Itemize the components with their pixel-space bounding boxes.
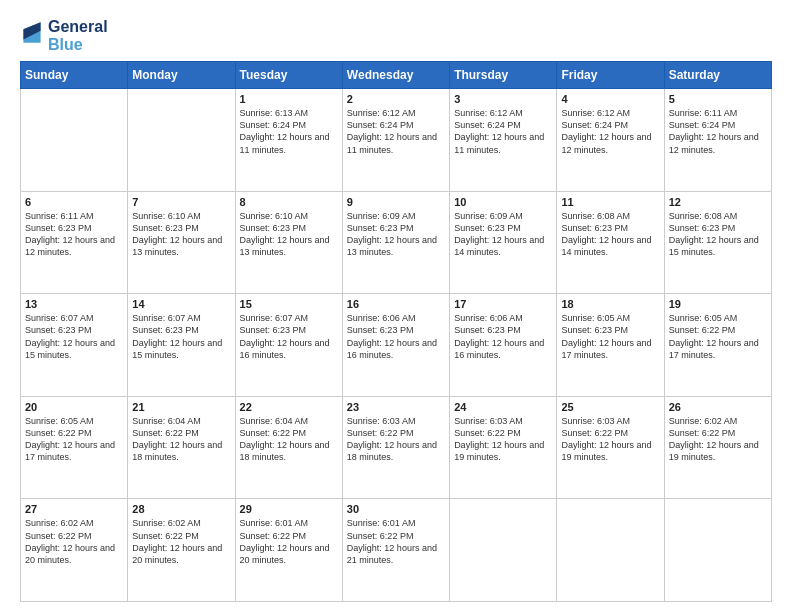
- day-info: Sunrise: 6:11 AM Sunset: 6:24 PM Dayligh…: [669, 107, 767, 156]
- day-number: 25: [561, 401, 659, 413]
- day-cell: 6Sunrise: 6:11 AM Sunset: 6:23 PM Daylig…: [21, 191, 128, 294]
- day-number: 16: [347, 298, 445, 310]
- day-cell: 23Sunrise: 6:03 AM Sunset: 6:22 PM Dayli…: [342, 396, 449, 499]
- day-info: Sunrise: 6:01 AM Sunset: 6:22 PM Dayligh…: [240, 517, 338, 566]
- day-number: 24: [454, 401, 552, 413]
- day-number: 20: [25, 401, 123, 413]
- day-cell: 11Sunrise: 6:08 AM Sunset: 6:23 PM Dayli…: [557, 191, 664, 294]
- day-cell: 9Sunrise: 6:09 AM Sunset: 6:23 PM Daylig…: [342, 191, 449, 294]
- day-cell: 24Sunrise: 6:03 AM Sunset: 6:22 PM Dayli…: [450, 396, 557, 499]
- day-number: 8: [240, 196, 338, 208]
- day-info: Sunrise: 6:03 AM Sunset: 6:22 PM Dayligh…: [561, 415, 659, 464]
- day-number: 10: [454, 196, 552, 208]
- week-row-4: 20Sunrise: 6:05 AM Sunset: 6:22 PM Dayli…: [21, 396, 772, 499]
- day-cell: [557, 499, 664, 602]
- week-row-5: 27Sunrise: 6:02 AM Sunset: 6:22 PM Dayli…: [21, 499, 772, 602]
- week-row-1: 1Sunrise: 6:13 AM Sunset: 6:24 PM Daylig…: [21, 89, 772, 192]
- day-info: Sunrise: 6:03 AM Sunset: 6:22 PM Dayligh…: [347, 415, 445, 464]
- day-cell: 15Sunrise: 6:07 AM Sunset: 6:23 PM Dayli…: [235, 294, 342, 397]
- weekday-tuesday: Tuesday: [235, 62, 342, 89]
- day-number: 27: [25, 503, 123, 515]
- day-info: Sunrise: 6:07 AM Sunset: 6:23 PM Dayligh…: [25, 312, 123, 361]
- day-cell: 19Sunrise: 6:05 AM Sunset: 6:22 PM Dayli…: [664, 294, 771, 397]
- logo: General Blue: [20, 18, 108, 53]
- day-cell: 28Sunrise: 6:02 AM Sunset: 6:22 PM Dayli…: [128, 499, 235, 602]
- day-info: Sunrise: 6:04 AM Sunset: 6:22 PM Dayligh…: [240, 415, 338, 464]
- day-number: 26: [669, 401, 767, 413]
- weekday-monday: Monday: [128, 62, 235, 89]
- day-cell: 13Sunrise: 6:07 AM Sunset: 6:23 PM Dayli…: [21, 294, 128, 397]
- weekday-saturday: Saturday: [664, 62, 771, 89]
- day-info: Sunrise: 6:05 AM Sunset: 6:23 PM Dayligh…: [561, 312, 659, 361]
- day-number: 1: [240, 93, 338, 105]
- day-number: 19: [669, 298, 767, 310]
- day-cell: 10Sunrise: 6:09 AM Sunset: 6:23 PM Dayli…: [450, 191, 557, 294]
- day-number: 12: [669, 196, 767, 208]
- day-number: 29: [240, 503, 338, 515]
- day-info: Sunrise: 6:10 AM Sunset: 6:23 PM Dayligh…: [240, 210, 338, 259]
- day-info: Sunrise: 6:01 AM Sunset: 6:22 PM Dayligh…: [347, 517, 445, 566]
- day-cell: 17Sunrise: 6:06 AM Sunset: 6:23 PM Dayli…: [450, 294, 557, 397]
- day-cell: 12Sunrise: 6:08 AM Sunset: 6:23 PM Dayli…: [664, 191, 771, 294]
- day-cell: 2Sunrise: 6:12 AM Sunset: 6:24 PM Daylig…: [342, 89, 449, 192]
- day-number: 18: [561, 298, 659, 310]
- day-cell: 29Sunrise: 6:01 AM Sunset: 6:22 PM Dayli…: [235, 499, 342, 602]
- day-cell: [450, 499, 557, 602]
- logo-icon: [20, 22, 44, 50]
- day-number: 22: [240, 401, 338, 413]
- day-cell: 4Sunrise: 6:12 AM Sunset: 6:24 PM Daylig…: [557, 89, 664, 192]
- day-cell: 30Sunrise: 6:01 AM Sunset: 6:22 PM Dayli…: [342, 499, 449, 602]
- day-number: 17: [454, 298, 552, 310]
- day-cell: 14Sunrise: 6:07 AM Sunset: 6:23 PM Dayli…: [128, 294, 235, 397]
- day-info: Sunrise: 6:03 AM Sunset: 6:22 PM Dayligh…: [454, 415, 552, 464]
- day-info: Sunrise: 6:12 AM Sunset: 6:24 PM Dayligh…: [454, 107, 552, 156]
- day-info: Sunrise: 6:09 AM Sunset: 6:23 PM Dayligh…: [454, 210, 552, 259]
- day-cell: 22Sunrise: 6:04 AM Sunset: 6:22 PM Dayli…: [235, 396, 342, 499]
- day-number: 21: [132, 401, 230, 413]
- day-cell: 26Sunrise: 6:02 AM Sunset: 6:22 PM Dayli…: [664, 396, 771, 499]
- day-info: Sunrise: 6:13 AM Sunset: 6:24 PM Dayligh…: [240, 107, 338, 156]
- day-cell: 5Sunrise: 6:11 AM Sunset: 6:24 PM Daylig…: [664, 89, 771, 192]
- day-info: Sunrise: 6:02 AM Sunset: 6:22 PM Dayligh…: [25, 517, 123, 566]
- day-info: Sunrise: 6:06 AM Sunset: 6:23 PM Dayligh…: [454, 312, 552, 361]
- day-info: Sunrise: 6:09 AM Sunset: 6:23 PM Dayligh…: [347, 210, 445, 259]
- day-number: 5: [669, 93, 767, 105]
- weekday-thursday: Thursday: [450, 62, 557, 89]
- day-number: 14: [132, 298, 230, 310]
- day-number: 4: [561, 93, 659, 105]
- day-cell: 3Sunrise: 6:12 AM Sunset: 6:24 PM Daylig…: [450, 89, 557, 192]
- weekday-sunday: Sunday: [21, 62, 128, 89]
- day-number: 3: [454, 93, 552, 105]
- header: General Blue: [20, 18, 772, 53]
- day-number: 28: [132, 503, 230, 515]
- day-info: Sunrise: 6:06 AM Sunset: 6:23 PM Dayligh…: [347, 312, 445, 361]
- day-info: Sunrise: 6:07 AM Sunset: 6:23 PM Dayligh…: [132, 312, 230, 361]
- day-cell: 16Sunrise: 6:06 AM Sunset: 6:23 PM Dayli…: [342, 294, 449, 397]
- logo-text: General Blue: [48, 18, 108, 53]
- day-info: Sunrise: 6:11 AM Sunset: 6:23 PM Dayligh…: [25, 210, 123, 259]
- day-cell: 27Sunrise: 6:02 AM Sunset: 6:22 PM Dayli…: [21, 499, 128, 602]
- day-number: 15: [240, 298, 338, 310]
- day-cell: 1Sunrise: 6:13 AM Sunset: 6:24 PM Daylig…: [235, 89, 342, 192]
- day-number: 30: [347, 503, 445, 515]
- day-info: Sunrise: 6:08 AM Sunset: 6:23 PM Dayligh…: [561, 210, 659, 259]
- day-info: Sunrise: 6:04 AM Sunset: 6:22 PM Dayligh…: [132, 415, 230, 464]
- day-number: 9: [347, 196, 445, 208]
- day-info: Sunrise: 6:12 AM Sunset: 6:24 PM Dayligh…: [347, 107, 445, 156]
- weekday-wednesday: Wednesday: [342, 62, 449, 89]
- day-cell: 7Sunrise: 6:10 AM Sunset: 6:23 PM Daylig…: [128, 191, 235, 294]
- day-cell: 21Sunrise: 6:04 AM Sunset: 6:22 PM Dayli…: [128, 396, 235, 499]
- day-cell: [21, 89, 128, 192]
- day-info: Sunrise: 6:02 AM Sunset: 6:22 PM Dayligh…: [132, 517, 230, 566]
- page: General Blue SundayMondayTuesdayWednesda…: [0, 0, 792, 612]
- week-row-3: 13Sunrise: 6:07 AM Sunset: 6:23 PM Dayli…: [21, 294, 772, 397]
- day-cell: [128, 89, 235, 192]
- day-cell: 25Sunrise: 6:03 AM Sunset: 6:22 PM Dayli…: [557, 396, 664, 499]
- day-cell: [664, 499, 771, 602]
- day-info: Sunrise: 6:02 AM Sunset: 6:22 PM Dayligh…: [669, 415, 767, 464]
- day-info: Sunrise: 6:05 AM Sunset: 6:22 PM Dayligh…: [669, 312, 767, 361]
- day-info: Sunrise: 6:10 AM Sunset: 6:23 PM Dayligh…: [132, 210, 230, 259]
- day-number: 7: [132, 196, 230, 208]
- week-row-2: 6Sunrise: 6:11 AM Sunset: 6:23 PM Daylig…: [21, 191, 772, 294]
- day-number: 6: [25, 196, 123, 208]
